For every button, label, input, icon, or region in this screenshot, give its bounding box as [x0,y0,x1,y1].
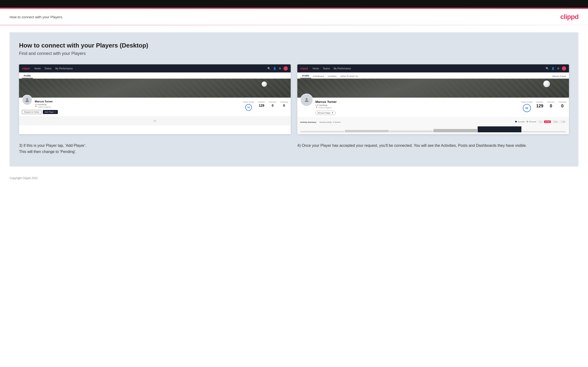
filter-1yr[interactable]: 1 yr [538,120,543,123]
activity-title-group: Activity Summary Monthly Activity · 6 Mo… [300,119,341,124]
user-label-2: Marcus Turner [552,75,566,78]
descriptions-row: 3) If this is your Player tap, 'Add Play… [19,142,569,155]
settings-icon-2[interactable]: ⚙ [557,67,560,70]
stat-following-2: Following 0 [559,101,566,112]
mini-tabs-1: Profile [19,72,291,79]
chart-bar-6 [522,131,566,132]
mini-logo-2: clippd [300,67,308,70]
activity-legend: On course Off course [515,121,536,123]
stat-followers-2: Followers 0 [547,101,555,112]
stat-following-1: Following 0 [280,101,288,111]
profile-hero-1 [19,79,291,98]
svg-point-0 [26,98,28,100]
header: How to connect with your Players clippd [0,9,588,25]
chart-bar-2 [345,130,389,132]
profile-avatar-wrap-1: Marcus Turner 1-5 Handicap 📍 United King… [22,100,288,108]
filter-1mth[interactable]: 1 mth [560,120,566,123]
chart-bar-1 [301,131,345,132]
mini-nav-home-2[interactable]: Home [312,67,319,70]
avatar-circle-1[interactable] [284,66,288,71]
user-icon-2[interactable]: 👤 [551,67,555,70]
description-4: 4) Once your Player has accepted your re… [297,142,569,149]
footer: Copyright Clippd 2022 [0,174,588,183]
request-follow-button[interactable]: Request to Follow [22,110,41,114]
pq-circle-2: 92 [523,104,531,112]
main-title: How to connect with your Players (Deskto… [19,42,569,49]
profile-hero-2 [297,79,569,98]
scissors-icon: ✂ [153,119,156,123]
filter-6mths[interactable]: 6 mths [544,120,551,123]
profile-hero-img-2 [297,79,569,98]
mini-nav-home-1[interactable]: Home [34,67,41,70]
mini-nav-teams-1[interactable]: Teams [44,67,51,70]
profile-hero-img-1 [19,79,291,98]
screenshot-1: clippd Home Teams My Performance 🔍 👤 ⚙ P… [19,64,291,134]
tab-activities-2[interactable]: Activities [326,75,338,78]
activity-controls: On course Off course 1 yr 6 mths 3 mths [515,120,566,123]
tab-profile-1[interactable]: Profile [22,74,33,78]
mini-nav-icons-2: 🔍 👤 ⚙ [546,66,566,71]
description-4-col: 4) Once your Player has accepted your re… [297,142,569,155]
top-bar [0,0,588,8]
settings-icon-1[interactable]: ⚙ [279,67,281,70]
stat-activities-2: Activities 129 [536,101,543,112]
stat-player-quality-2: Player Quality 92 [521,101,532,112]
mini-tabs-2: Profile Dashboard Activities What To Wor… [297,72,569,79]
remove-player-x-icon: ✕ [332,112,334,114]
description-3-col: 3) If this is your Player tap, 'Add Play… [19,142,291,155]
legend-off-course: Off course [527,121,536,123]
header-divider [0,25,588,25]
mini-nav-2: clippd Home Teams My Performance 🔍 👤 ⚙ [297,64,569,72]
profile-stats-2: Player Quality 92 Activities 129 Followe… [521,101,566,112]
user-icon-1[interactable]: 👤 [273,67,277,70]
add-player-button[interactable]: Add Player + [43,110,58,114]
mini-nav-teams-2[interactable]: Teams [323,67,330,70]
activity-header: Activity Summary Monthly Activity · 6 Mo… [300,119,566,124]
legend-on-course: On course [515,121,525,123]
profile-body-1: Marcus Turner 1-5 Handicap 📍 United King… [19,98,291,117]
mini-nav-1: clippd Home Teams My Performance 🔍 👤 ⚙ [19,64,291,72]
location-pin-icon-2: 📍 [315,107,318,109]
tab-what-to-work-on-2[interactable]: What To Work On [339,75,360,78]
stat-followers-1: Followers 0 [269,101,277,111]
profile-ball-2 [543,81,550,87]
main-subtitle: Find and connect with your Players [19,51,569,56]
chart-bar-4 [433,129,477,132]
activity-chart [300,125,566,132]
description-3: 3) If this is your Player tap, 'Add Play… [19,142,291,155]
logo: clippd [560,13,579,21]
chart-bar-3 [389,130,433,132]
activity-summary: Activity Summary Monthly Activity · 6 Mo… [297,117,569,134]
copyright: Copyright Clippd 2022 [9,176,38,180]
activity-subtitle: Monthly Activity · 6 Months [320,121,341,123]
filter-3mths[interactable]: 3 mths [552,120,559,123]
profile-stats-1: Player Quality 92 Activities 129 Followe… [243,101,288,111]
mini-nav-performance-1[interactable]: My Performance [55,67,73,70]
main-content: How to connect with your Players (Deskto… [9,32,579,167]
chart-bar-5 [478,126,521,132]
profile-body-2: Marcus Turner 1-5 Handicap 📍 United King… [297,98,569,117]
search-icon-1[interactable]: 🔍 [267,67,271,70]
profile-ball-1 [262,82,267,87]
stat-player-quality-1: Player Quality 92 [243,101,254,111]
activity-filters: 1 yr 6 mths 3 mths 1 mth [538,120,566,123]
avatar-2 [300,94,313,106]
screenshot-2: clippd Home Teams My Performance 🔍 👤 ⚙ P… [297,64,569,134]
mini-nav-performance-2[interactable]: My Performance [334,67,351,70]
tab-profile-2[interactable]: Profile [300,74,311,78]
pq-circle-1: 92 [245,104,252,111]
remove-player-button[interactable]: Remove Player ✕ [315,111,336,115]
profile-avatar-wrap-2: Marcus Turner 1-5 Handicap 📍 United King… [300,100,566,115]
screenshots-row: clippd Home Teams My Performance 🔍 👤 ⚙ P… [19,64,569,134]
breadcrumb: How to connect with your Players [9,15,62,19]
search-icon-2[interactable]: 🔍 [546,67,549,70]
avatar-circle-2[interactable] [562,66,566,71]
svg-point-1 [306,98,308,100]
stat-activities-1: Activities 129 [258,101,265,111]
mini-logo-1: clippd [22,67,29,70]
scissors-area: ✂ [19,117,291,125]
tab-dashboard-2[interactable]: Dashboard [311,75,326,78]
activity-title: Activity Summary [300,121,316,123]
mini-nav-icons-1: 🔍 👤 ⚙ [267,66,288,71]
location-pin-icon-1: 📍 [35,106,37,108]
